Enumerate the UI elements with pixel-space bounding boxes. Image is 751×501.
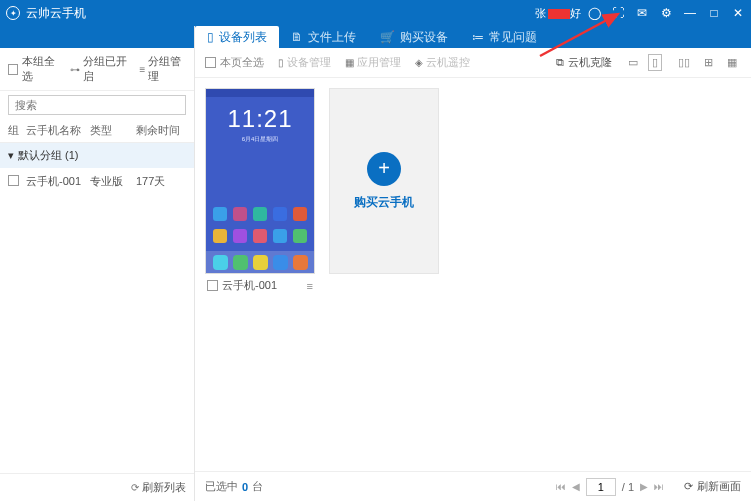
page-last-icon[interactable]: ⏭: [654, 481, 664, 492]
tab-buy-device[interactable]: 🛒购买设备: [368, 26, 460, 48]
tab-device-list[interactable]: ▯设备列表: [195, 26, 279, 48]
search-input[interactable]: [8, 95, 186, 115]
account-icon[interactable]: ◯: [587, 7, 601, 19]
phone-date: 6月4日星期四: [206, 135, 314, 144]
title-bar: ✦ 云帅云手机 张好 ◯ ⛶ ✉ ⚙ — □ ✕: [0, 0, 751, 26]
buy-device-label: 购买云手机: [354, 194, 414, 211]
main-toolbar: 本页全选 ▯设备管理 ▦应用管理 ◈云机遥控 ⧉云机克隆 ▭ ▯ ▯▯ ⊞ ▦: [195, 48, 751, 78]
page-total: / 1: [622, 481, 634, 493]
app-logo-icon: ✦: [6, 6, 20, 20]
chevron-down-icon: ▾: [8, 149, 14, 162]
view-card-icon[interactable]: ▯: [648, 54, 662, 71]
group-manage-button[interactable]: ≡分组管理: [140, 54, 186, 84]
maximize-icon[interactable]: □: [707, 7, 721, 19]
refresh-page-button[interactable]: ⟳刷新画面: [684, 479, 741, 494]
main-panel: ▯设备列表 🗎文件上传 🛒购买设备 ≔常见问题 本页全选 ▯设备管理 ▦应用管理…: [195, 26, 751, 501]
page-prev-icon[interactable]: ◀: [572, 481, 580, 492]
page-first-icon[interactable]: ⏮: [556, 481, 566, 492]
cloud-control-button[interactable]: ◈云机遥控: [415, 55, 470, 70]
sidebar: 本组全选 ⊶分组已开启 ≡分组管理 组 云手机名称 类型 剩余时间 ▾ 默认分组…: [0, 26, 195, 501]
sidebar-columns: 组 云手机名称 类型 剩余时间: [0, 119, 194, 143]
view-list-icon[interactable]: ▭: [624, 54, 642, 71]
clone-button[interactable]: ⧉云机克隆: [556, 55, 612, 70]
grid-4-icon[interactable]: ⊞: [700, 54, 717, 71]
select-all-group-checkbox[interactable]: 本组全选: [8, 54, 60, 84]
main-footer: 已选中 0 台 ⏮ ◀ / 1 ▶ ⏭ ⟳刷新画面: [195, 471, 751, 501]
refresh-icon: ⟳: [684, 480, 693, 493]
device-icon: ▯: [207, 30, 214, 44]
buy-device-card[interactable]: + 购买云手机: [329, 88, 439, 274]
group-opened-toggle[interactable]: ⊶分组已开启: [70, 54, 130, 84]
view-mode-buttons: ▭ ▯: [624, 54, 662, 71]
grid-2-icon[interactable]: ▯▯: [674, 54, 694, 71]
tab-faq[interactable]: ≔常见问题: [460, 26, 549, 48]
device-checkbox[interactable]: [207, 280, 218, 291]
phone-clock: 11:21: [206, 105, 314, 133]
grid-size-buttons: ▯▯ ⊞ ▦: [674, 54, 741, 71]
redacted-icon: [548, 9, 570, 19]
minimize-icon[interactable]: —: [683, 7, 697, 19]
user-name[interactable]: 张好: [535, 6, 581, 21]
tabs: ▯设备列表 🗎文件上传 🛒购买设备 ≔常见问题: [195, 26, 751, 48]
phone-row[interactable]: 云手机-001 专业版 177天: [0, 168, 194, 195]
settings-icon[interactable]: ⚙: [659, 7, 673, 19]
device-label: 云手机-001: [222, 278, 277, 293]
group-row[interactable]: ▾ 默认分组 (1): [0, 143, 194, 168]
refresh-list-button[interactable]: ⟳刷新列表: [131, 480, 186, 495]
clone-icon: ⧉: [556, 56, 564, 69]
select-all-page-checkbox[interactable]: 本页全选: [205, 55, 264, 70]
upload-icon: 🗎: [291, 30, 303, 44]
device-manage-button[interactable]: ▯设备管理: [278, 55, 331, 70]
device-grid: 11:21 6月4日星期四 云手机-001 ≡: [195, 78, 751, 471]
faq-icon: ≔: [472, 30, 484, 44]
page-next-icon[interactable]: ▶: [640, 481, 648, 492]
app-title: 云帅云手机: [26, 5, 86, 22]
plus-icon: +: [367, 152, 401, 186]
device-menu-icon[interactable]: ≡: [307, 280, 313, 292]
phone-preview[interactable]: 11:21 6月4日星期四: [205, 88, 315, 274]
page-input[interactable]: [586, 478, 616, 496]
fullscreen-icon[interactable]: ⛶: [611, 7, 625, 19]
window-buttons: ◯ ⛶ ✉ ⚙ — □ ✕: [587, 7, 745, 19]
message-icon[interactable]: ✉: [635, 7, 649, 19]
pager: ⏮ ◀ / 1 ▶ ⏭ ⟳刷新画面: [556, 478, 741, 496]
device-card[interactable]: 11:21 6月4日星期四 云手机-001 ≡: [205, 88, 315, 297]
close-icon[interactable]: ✕: [731, 7, 745, 19]
tab-file-upload[interactable]: 🗎文件上传: [279, 26, 368, 48]
phone-checkbox[interactable]: [8, 175, 19, 186]
selected-count: 已选中 0 台: [205, 479, 263, 494]
grid-9-icon[interactable]: ▦: [723, 54, 741, 71]
app-manage-button[interactable]: ▦应用管理: [345, 55, 401, 70]
cart-icon: 🛒: [380, 30, 395, 44]
sidebar-toolbar: 本组全选 ⊶分组已开启 ≡分组管理: [0, 48, 194, 91]
